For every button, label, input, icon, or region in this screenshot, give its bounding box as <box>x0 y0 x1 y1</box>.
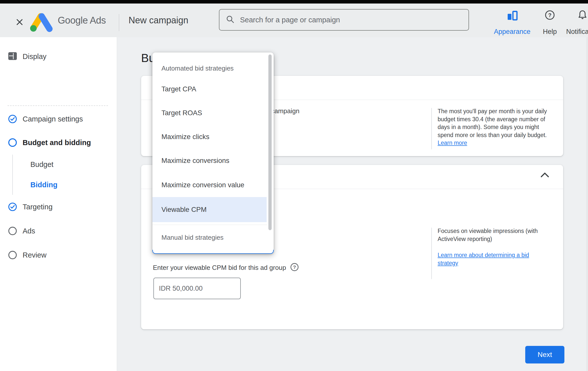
sidebar-divider <box>8 105 108 106</box>
radio-circle-icon <box>8 138 17 147</box>
notifications-button[interactable]: Notifications <box>565 10 588 36</box>
display-icon <box>8 52 17 61</box>
budget-help-copy: The most you'll pay per month is your da… <box>438 108 547 138</box>
collapse-chevron-up-icon[interactable] <box>539 171 550 180</box>
sidebar-item-review[interactable]: Review <box>0 250 117 261</box>
help-button[interactable]: ? Help <box>539 10 560 36</box>
sidebar-item-targeting[interactable]: Targeting <box>0 201 117 212</box>
topbar-divider <box>119 14 119 31</box>
sidebar-item-label: Campaign settings <box>23 115 83 123</box>
bid-strategy-dropdown: Automated bid strategies Target CPA Targ… <box>152 52 274 254</box>
radio-circle-icon <box>8 226 17 235</box>
google-ads-new-campaign-screen: Google Ads New campaign Appearance <box>0 0 588 371</box>
dropdown-group-manual: Manual bid strategies <box>152 226 267 250</box>
svg-text:?: ? <box>548 12 551 18</box>
google-ads-wordmark: Google Ads <box>58 4 106 37</box>
sidebar-item-bidding[interactable]: Bidding <box>0 179 117 190</box>
sidebar-item-display[interactable]: Display <box>0 51 117 62</box>
dropdown-option-maximize-conversions[interactable]: Maximize conversions <box>152 149 267 172</box>
appearance-icon <box>506 10 518 22</box>
campaign-steps-sidebar: Display Campaign settings Budget and bid… <box>0 37 117 371</box>
sidebar-item-label: Display <box>23 52 46 61</box>
bidding-help-copy: Focuses on viewable impressions (with Ac… <box>438 228 538 242</box>
sidebar-item-label: Budget <box>30 160 53 169</box>
radio-circle-icon <box>8 251 17 260</box>
dropdown-option-target-cpa[interactable]: Target CPA <box>152 77 267 101</box>
dropdown-option-maximize-conversion-value[interactable]: Maximize conversion value <box>152 173 267 197</box>
appearance-button[interactable]: Appearance <box>490 10 534 36</box>
search-input[interactable] <box>240 16 463 24</box>
select-focus-border <box>152 250 274 254</box>
dropdown-group-automated: Automated bid strategies <box>152 56 267 80</box>
sidebar-item-label: Ads <box>23 227 35 235</box>
global-search[interactable] <box>219 9 469 31</box>
next-button[interactable]: Next <box>525 346 564 363</box>
sidebar-item-campaign-settings[interactable]: Campaign settings <box>0 113 117 125</box>
learn-more-link[interactable]: Learn more <box>438 140 467 146</box>
page-title: New campaign <box>129 4 188 37</box>
question-icon[interactable]: ? <box>290 263 299 273</box>
bid-label-row: Enter your viewable CPM bid for this ad … <box>153 262 299 273</box>
sidebar-item-budget-and-bidding[interactable]: Budget and bidding <box>0 137 117 148</box>
bidding-help-text: Focuses on viewable impressions (with Ac… <box>438 227 548 267</box>
help-label: Help <box>543 28 557 36</box>
budget-label-fragment: campaign <box>271 107 300 115</box>
bid-input-label: Enter your viewable CPM bid for this ad … <box>153 264 286 272</box>
dropdown-option-maximize-clicks[interactable]: Maximize clicks <box>152 125 267 149</box>
check-circle-icon <box>8 114 17 123</box>
dropdown-option-target-roas[interactable]: Target ROAS <box>152 101 267 125</box>
sidebar-item-budget[interactable]: Budget <box>0 159 117 170</box>
cpm-bid-input[interactable] <box>153 278 241 299</box>
help-divider <box>431 108 432 149</box>
search-icon <box>226 15 234 25</box>
sidebar-item-label: Targeting <box>23 203 52 211</box>
notifications-label: Notifications <box>566 28 588 36</box>
appearance-label: Appearance <box>494 28 531 36</box>
topbar: Google Ads New campaign Appearance <box>0 4 588 37</box>
close-icon[interactable] <box>15 17 25 27</box>
help-divider <box>431 228 432 279</box>
google-ads-logo-icon <box>28 13 54 34</box>
bell-icon <box>577 10 587 22</box>
help-icon: ? <box>544 10 555 22</box>
sidebar-item-ads[interactable]: Ads <box>0 225 117 236</box>
budget-help-text: The most you'll pay per month is your da… <box>438 107 548 147</box>
sidebar-item-label: Budget and bidding <box>23 139 91 147</box>
check-circle-icon <box>8 202 17 211</box>
svg-text:?: ? <box>293 265 296 270</box>
sidebar-item-label: Bidding <box>30 181 57 189</box>
bid-strategy-learn-more-link[interactable]: Learn more about determining a bid strat… <box>438 252 529 266</box>
window-scrollbar[interactable] <box>586 37 588 371</box>
dropdown-option-viewable-cpm[interactable]: Viewable CPM <box>152 198 267 221</box>
window-top-strip <box>0 0 588 4</box>
sidebar-item-label: Review <box>23 251 46 259</box>
dropdown-divider <box>152 225 267 225</box>
dropdown-scrollbar[interactable] <box>268 54 272 230</box>
